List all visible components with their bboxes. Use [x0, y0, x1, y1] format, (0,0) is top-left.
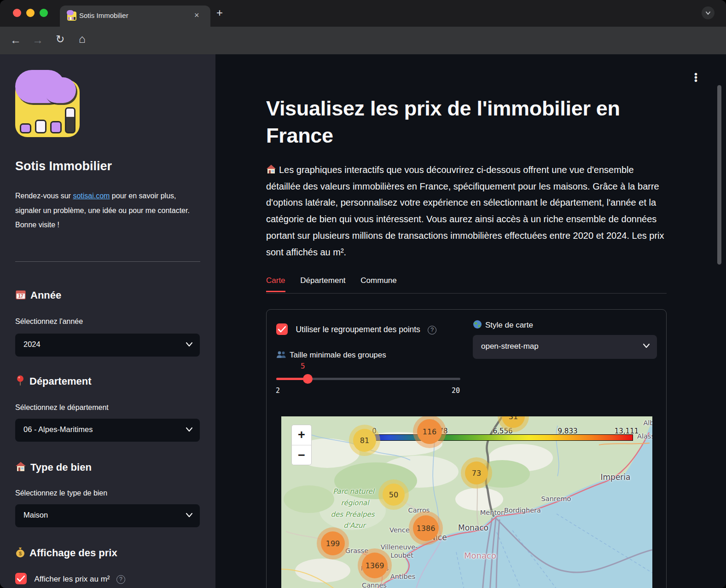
- slider-track[interactable]: [276, 378, 460, 380]
- minimize-window-button[interactable]: [26, 9, 35, 17]
- map-place-label: d'Azur: [343, 521, 365, 530]
- map-place-label: Parc naturel: [333, 487, 374, 496]
- chevron-down-icon: [186, 342, 192, 347]
- sidebar-title: Sotis Immobilier: [15, 159, 112, 173]
- browser-window: Sotis Immobilier × + ← → ↻ ⌂ immo.sotisa…: [0, 0, 726, 588]
- price-checkbox-row: Afficher les prix au m² ?: [15, 573, 125, 586]
- map-place-label: Menton: [480, 509, 505, 516]
- calendar-icon: 17: [15, 289, 26, 300]
- tab-strip: Sotis Immobilier × +: [0, 0, 726, 27]
- department-header-label: Département: [29, 375, 91, 387]
- sidebar-divider: [15, 261, 200, 262]
- price-checkbox[interactable]: [15, 573, 27, 584]
- house-icon: [266, 164, 276, 174]
- department-select-value: 06 - Alpes-Maritimes: [23, 425, 93, 434]
- app-logo: [15, 70, 80, 137]
- page-title: Visualisez les prix de l'immobilier en F…: [266, 95, 641, 150]
- new-tab-button[interactable]: +: [216, 7, 223, 18]
- checkmark-icon: [17, 576, 25, 582]
- cluster-checkbox-label: Utiliser le regroupement des points: [296, 325, 420, 334]
- map-place-label: Alass: [637, 432, 652, 440]
- cluster-checkbox-row: Utiliser le regroupement des points ?: [276, 323, 436, 337]
- tab-commune[interactable]: Commune: [360, 276, 396, 291]
- favicon-icon: [67, 12, 76, 21]
- slider-max: 20: [452, 386, 460, 395]
- chevron-down-icon: [706, 12, 710, 14]
- help-icon[interactable]: ?: [428, 326, 436, 334]
- year-select[interactable]: 2024: [15, 334, 200, 357]
- back-button[interactable]: ←: [10, 35, 21, 46]
- map-cluster-marker[interactable]: 116: [417, 419, 442, 444]
- map-cluster-marker[interactable]: 50: [383, 484, 405, 506]
- help-icon[interactable]: ?: [116, 575, 125, 584]
- zoom-out-button[interactable]: −: [292, 445, 311, 466]
- close-window-button[interactable]: [13, 9, 21, 17]
- map-style-label: Style de carte: [473, 320, 533, 330]
- map[interactable]: + − 03,2786,5569,83313,111 CarrosVenceNi…: [281, 416, 652, 588]
- app-sidebar: Sotis Immobilier Rendez-vous sur sotisai…: [0, 54, 215, 588]
- map-place-label: Carros: [408, 507, 430, 514]
- property-type-select-value: Maison: [23, 511, 48, 519]
- map-background: [281, 416, 652, 588]
- svg-text:$: $: [19, 551, 22, 556]
- zoom-in-button[interactable]: +: [292, 425, 311, 445]
- year-label: Sélectionnez l'année: [15, 317, 83, 326]
- maximize-window-button[interactable]: [40, 9, 48, 17]
- close-tab-icon[interactable]: ×: [194, 11, 199, 19]
- svg-text:17: 17: [18, 294, 23, 299]
- page-scrollbar[interactable]: [717, 85, 721, 265]
- browser-toolbar: ← → ↻ ⌂ immo.sotisai.com G 文 ☆: [0, 27, 726, 54]
- property-type-header: Type de bien: [15, 461, 92, 473]
- year-select-value: 2024: [23, 340, 41, 349]
- colorbar-tick: 9,833: [558, 427, 578, 435]
- map-place-label: Alb: [643, 419, 652, 427]
- tab-carte[interactable]: Carte: [266, 276, 285, 292]
- map-place-label: Monaco: [464, 551, 496, 560]
- price-checkbox-label: Afficher les prix au m²: [34, 575, 110, 583]
- map-zoom-control: + −: [291, 425, 312, 465]
- map-cluster-marker[interactable]: 81: [353, 429, 376, 452]
- chevron-down-icon: [643, 344, 650, 348]
- slider-label: Taille minimale des groupes: [276, 351, 386, 360]
- map-style-select[interactable]: open-street-map: [473, 335, 657, 359]
- property-type-select[interactable]: Maison: [15, 504, 200, 527]
- map-place-label: Loubet: [390, 552, 413, 559]
- property-type-label: Sélectionnez le type de bien: [15, 489, 107, 497]
- reload-button[interactable]: ↻: [56, 34, 64, 45]
- map-style-select-value: open-street-map: [481, 342, 539, 351]
- moneybag-icon: $: [15, 547, 25, 558]
- tab-search-button[interactable]: [702, 6, 714, 19]
- browser-tab[interactable]: Sotis Immobilier ×: [60, 6, 210, 27]
- department-select[interactable]: 06 - Alpes-Maritimes: [15, 419, 200, 442]
- slider-label-text: Taille minimale des groupes: [290, 351, 386, 359]
- map-place-label: régional: [341, 499, 369, 507]
- tab-departement[interactable]: Département: [300, 276, 345, 291]
- sidebar-intro: Rendez-vous sur sotisai.com pour en savo…: [15, 189, 199, 232]
- tab-underline: [266, 293, 667, 294]
- tab-title: Sotis Immobilier: [79, 12, 128, 19]
- map-cluster-marker[interactable]: 1386: [413, 515, 439, 541]
- people-icon: [276, 351, 286, 359]
- intro-paragraph: Les graphiques interactifs que vous déco…: [266, 162, 665, 260]
- property-type-header-label: Type de bien: [30, 461, 92, 473]
- cluster-checkbox[interactable]: [276, 323, 288, 335]
- map-place-label: Vence: [389, 526, 410, 534]
- app-menu-icon[interactable]: •••: [694, 73, 697, 82]
- sotisai-link[interactable]: sotisai.com: [73, 192, 110, 200]
- slider-min: 2: [276, 386, 280, 395]
- map-place-label: Bordighera: [504, 507, 541, 514]
- home-button[interactable]: ⌂: [79, 33, 86, 45]
- colorbar-tick: 13,111: [615, 427, 639, 435]
- slider-thumb[interactable]: [303, 374, 313, 384]
- chevron-down-icon: [186, 427, 192, 432]
- chevron-down-icon: [186, 513, 192, 518]
- map-colorbar: [373, 434, 633, 441]
- map-cluster-marker[interactable]: 73: [465, 461, 488, 484]
- intro-text: Les graphiques interactifs que vous déco…: [266, 165, 664, 257]
- forward-button[interactable]: →: [32, 35, 43, 46]
- price-display-header-label: Affichage des prix: [29, 547, 117, 559]
- department-label: Sélectionnez le département: [15, 404, 109, 412]
- map-place-label: Imperia: [601, 473, 631, 482]
- map-cluster-marker[interactable]: 199: [321, 531, 345, 555]
- map-cluster-marker[interactable]: 1369: [362, 553, 388, 578]
